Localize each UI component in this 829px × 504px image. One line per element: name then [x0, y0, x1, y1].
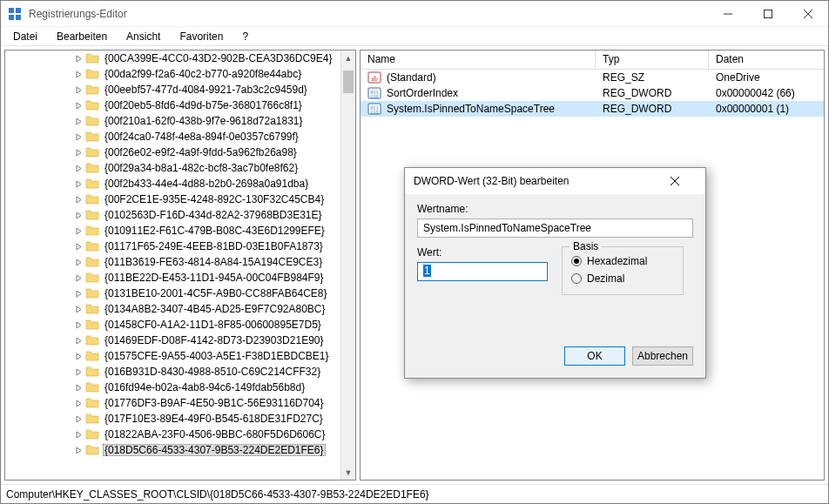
list-row[interactable]: 011110System.IsPinnedToNameSpaceTreeREG_… — [361, 101, 824, 117]
folder-icon — [85, 318, 99, 332]
tree-item[interactable]: {00f210a1-62f0-438b-9f7e-9618d72a1831} — [5, 113, 340, 129]
tree-item[interactable]: {00f29a34-b8a1-482c-bcf8-3ac7b0fe8f62} — [5, 160, 340, 176]
expander-icon[interactable] — [71, 196, 85, 204]
expander-icon[interactable] — [71, 133, 85, 141]
tree-item[interactable]: {00F2CE1E-935E-4248-892C-130F32C45CB4} — [5, 192, 340, 207]
tree-pane[interactable]: {00CA399E-4CC0-43D2-902B-CEA3D36DC9E4}{0… — [4, 50, 356, 480]
svg-rect-3 — [16, 15, 21, 20]
tree-item-label: {01776DF3-B9AF-4E50-9B1C-56E93116D704} — [103, 397, 326, 409]
tree-item-label: {00f20eb5-8fd6-4d9d-b75e-36801766c8f1} — [103, 99, 304, 111]
scroll-up-icon[interactable]: ▲ — [341, 50, 355, 65]
tree-item[interactable]: {016B931D-8430-4988-8510-C69C214CFF32} — [5, 364, 340, 380]
tree-item[interactable]: {018D5C66-4533-4307-9B53-224DE2ED1FE6} — [5, 442, 340, 458]
list-row[interactable]: 011110SortOrderIndexREG_DWORD0x00000042 … — [361, 85, 824, 101]
tree-item[interactable]: {01469EDF-D08F-4142-8D73-D23903D21E90} — [5, 333, 340, 348]
col-header-type[interactable]: Typ — [596, 50, 709, 69]
tree-item-label: {00f26e02-e9f2-4a9f-9fdd-5a962fb26a98} — [103, 146, 299, 158]
expander-icon[interactable] — [71, 118, 85, 125]
tree-item[interactable]: {011BE22D-E453-11D1-945A-00C04FB984F9} — [5, 270, 340, 286]
tree-item[interactable]: {00da2f99-f2a6-40c2-b770-a920f8e44abc} — [5, 66, 340, 82]
expander-icon[interactable] — [71, 321, 85, 329]
tree-item[interactable]: {00f26e02-e9f2-4a9f-9fdd-5a962fb26a98} — [5, 144, 340, 160]
expander-icon[interactable] — [71, 55, 85, 63]
value-data-field[interactable]: 1 — [417, 262, 548, 281]
value-type-icon: ab — [367, 71, 381, 84]
tree-item-label: {018D5C66-4533-4307-9B53-224DE2ED1FE6} — [103, 444, 326, 456]
expander-icon[interactable] — [71, 384, 85, 392]
folder-icon — [85, 255, 99, 269]
expander-icon[interactable] — [71, 431, 85, 439]
tree-item[interactable]: {01822ABA-23F0-4506-9BBC-680F5D6D606C} — [5, 427, 340, 442]
tree-item[interactable]: {01171F65-249E-4EEB-81BD-03E1B0FA1873} — [5, 239, 340, 254]
list-row[interactable]: ab(Standard)REG_SZOneDrive — [361, 70, 824, 85]
menu-favorites[interactable]: Favoriten — [171, 29, 232, 44]
value-data: 0x00000042 (66) — [709, 87, 824, 99]
expander-icon[interactable] — [71, 212, 85, 219]
dialog-title-bar[interactable]: DWORD-Wert (32-Bit) bearbeiten — [405, 168, 705, 194]
expander-icon[interactable] — [71, 149, 85, 157]
expander-icon[interactable] — [71, 227, 85, 235]
expander-icon[interactable] — [71, 102, 85, 110]
expander-icon[interactable] — [71, 306, 85, 313]
menu-file[interactable]: Datei — [4, 29, 46, 44]
menu-view[interactable]: Ansicht — [118, 29, 169, 44]
tree-item[interactable]: {01575CFE-9A55-4003-A5E1-F38D1EBDCBE1} — [5, 348, 340, 364]
folder-icon — [85, 67, 99, 81]
tree-item[interactable]: {0134A8B2-3407-4B45-AD25-E9F7C92A80BC} — [5, 301, 340, 317]
window-title: Registrierungs-Editor — [29, 8, 127, 20]
expander-icon[interactable] — [71, 353, 85, 360]
tree-item[interactable]: {00f20eb5-8fd6-4d9d-b75e-36801766c8f1} — [5, 97, 340, 113]
tree-item[interactable]: {00CA399E-4CC0-43D2-902B-CEA3D36DC9E4} — [5, 50, 340, 66]
tree-item[interactable]: {00eebf57-477d-4084-9921-7ab3c2c9459d} — [5, 82, 340, 97]
expander-icon[interactable] — [71, 290, 85, 298]
folder-icon — [85, 145, 99, 159]
expander-icon[interactable] — [71, 447, 85, 454]
ok-button[interactable]: OK — [564, 346, 625, 366]
svg-text:110: 110 — [371, 110, 379, 115]
tree-item[interactable]: {00f24ca0-748f-4e8a-894f-0e0357c6799f} — [5, 129, 340, 144]
expander-icon[interactable] — [71, 274, 85, 282]
tree-scrollbar[interactable]: ▲ ▼ — [340, 50, 355, 480]
expander-icon[interactable] — [71, 368, 85, 376]
tree-item[interactable]: {00f2b433-44e4-4d88-b2b0-2698a0a91dba} — [5, 176, 340, 192]
maximize-button[interactable] — [748, 1, 788, 27]
tree-item[interactable]: {016fd94e-b02a-4ab8-94c6-149fdab56b8d} — [5, 380, 340, 395]
dialog-title: DWORD-Wert (32-Bit) bearbeiten — [414, 175, 671, 187]
expander-icon[interactable] — [71, 243, 85, 251]
expander-icon[interactable] — [71, 400, 85, 407]
radio-dec[interactable]: Dezimal — [571, 270, 674, 287]
expander-icon[interactable] — [71, 71, 85, 78]
value-name-field[interactable]: System.IsPinnedToNameSpaceTree — [417, 218, 693, 238]
expander-icon[interactable] — [71, 165, 85, 172]
expander-icon[interactable] — [71, 337, 85, 345]
expander-icon[interactable] — [71, 180, 85, 188]
tree-item[interactable]: {0131BE10-2001-4C5F-A9B0-CC88FAB64CE8} — [5, 286, 340, 301]
minimize-button[interactable] — [708, 1, 748, 27]
tree-item[interactable]: {01458CF0-A1A2-11D1-8F85-00600895E7D5} — [5, 317, 340, 333]
col-header-name[interactable]: Name — [361, 50, 596, 69]
radio-hex[interactable]: Hexadezimal — [571, 252, 674, 270]
folder-icon — [85, 114, 99, 128]
dialog-close-button[interactable] — [671, 177, 697, 185]
close-button[interactable] — [788, 1, 828, 27]
menu-edit[interactable]: Bearbeiten — [48, 29, 116, 44]
tree-item[interactable]: {011B3619-FE63-4814-8A84-15A194CE9CE3} — [5, 254, 340, 270]
scroll-thumb[interactable] — [343, 71, 354, 93]
menu-help[interactable]: ? — [233, 29, 257, 44]
col-header-data[interactable]: Daten — [709, 50, 824, 69]
expander-icon[interactable] — [71, 86, 85, 94]
tree-item[interactable]: {0102563D-F16D-434d-82A2-37968BD3E31E} — [5, 207, 340, 223]
expander-icon[interactable] — [71, 415, 85, 423]
cancel-button[interactable]: Abbrechen — [632, 346, 693, 366]
folder-icon — [85, 365, 99, 379]
scroll-down-icon[interactable]: ▼ — [341, 465, 355, 480]
expander-icon[interactable] — [71, 259, 85, 266]
tree-item[interactable]: {017F10E3-89E4-49F0-B545-618DE31FD27C} — [5, 411, 340, 427]
folder-icon — [85, 83, 99, 97]
folder-icon — [85, 427, 99, 441]
tree-item[interactable]: {010911E2-F61C-479B-B08C-43E6D1299EFE} — [5, 223, 340, 239]
folder-icon — [85, 443, 99, 457]
edit-dword-dialog: DWORD-Wert (32-Bit) bearbeiten Wertname:… — [404, 167, 706, 379]
tree-item[interactable]: {01776DF3-B9AF-4E50-9B1C-56E93116D704} — [5, 395, 340, 411]
value-name: (Standard) — [387, 71, 436, 84]
